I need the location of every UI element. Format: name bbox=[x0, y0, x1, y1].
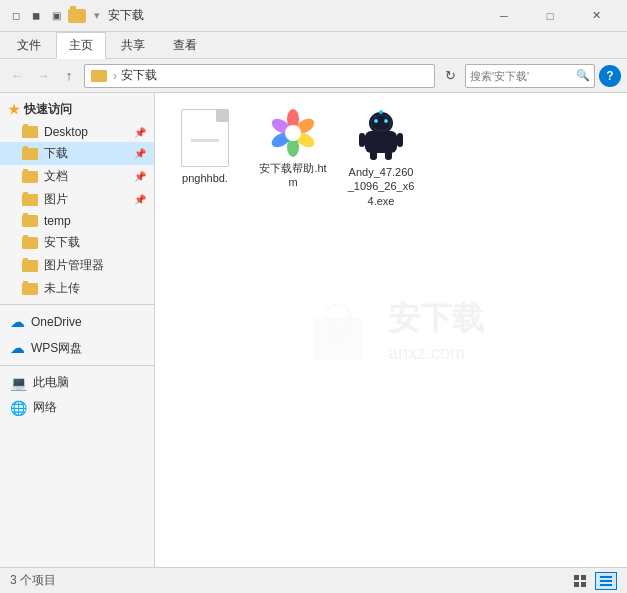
sidebar-item-label: 安下载 bbox=[44, 234, 80, 251]
sidebar-item-label: 此电脑 bbox=[33, 374, 69, 391]
svg-point-25 bbox=[385, 120, 387, 122]
search-icon: 🔍 bbox=[576, 69, 590, 82]
sidebar-item-anxiazai[interactable]: 安下载 bbox=[0, 231, 154, 254]
svg-rect-13 bbox=[365, 131, 397, 153]
title-bar: ◻ ◼ ▣ ▾ 安下载 ─ □ ✕ bbox=[0, 0, 627, 32]
svg-rect-32 bbox=[600, 584, 612, 586]
svg-rect-27 bbox=[581, 575, 586, 580]
ribbon: 文件 主页 共享 查看 bbox=[0, 32, 627, 59]
search-input[interactable] bbox=[470, 70, 572, 82]
svg-rect-19 bbox=[359, 133, 365, 147]
network-icon: 🌐 bbox=[10, 400, 27, 416]
wps-cloud-icon: ☁ bbox=[10, 339, 25, 357]
sidebar-item-label: WPS网盘 bbox=[31, 340, 82, 357]
sidebar-item-onedrive[interactable]: ☁ OneDrive bbox=[0, 309, 154, 335]
tab-home[interactable]: 主页 bbox=[56, 32, 106, 59]
sidebar-item-label: 图片管理器 bbox=[44, 257, 104, 274]
svg-rect-30 bbox=[600, 576, 612, 578]
path-folder-icon bbox=[91, 70, 107, 82]
maximize-button[interactable]: □ bbox=[527, 0, 573, 32]
sidebar-item-label: 下载 bbox=[44, 145, 68, 162]
help-button[interactable]: ? bbox=[599, 65, 621, 87]
sidebar-item-pictures[interactable]: 图片 📌 bbox=[0, 188, 154, 211]
sidebar-item-unuploaded[interactable]: 未上传 bbox=[0, 277, 154, 300]
sidebar-divider-1 bbox=[0, 304, 154, 305]
svg-point-1 bbox=[328, 318, 332, 322]
file-item-htm[interactable]: 安下载帮助.htm bbox=[255, 105, 331, 212]
quick-access-label: 快速访问 bbox=[24, 101, 72, 118]
file-item-pnghhbd[interactable]: pnghhbd. bbox=[167, 105, 243, 212]
title-bar-icons: ◻ ◼ ▣ ▾ bbox=[8, 8, 100, 24]
sidebar-item-label: Desktop bbox=[44, 125, 88, 139]
view-controls bbox=[569, 572, 617, 590]
tab-view[interactable]: 查看 bbox=[160, 32, 210, 58]
close-button[interactable]: ✕ bbox=[573, 0, 619, 32]
svg-rect-21 bbox=[370, 150, 377, 160]
sidebar-item-wps[interactable]: ☁ WPS网盘 bbox=[0, 335, 154, 361]
ribbon-tabs: 文件 主页 共享 查看 bbox=[0, 32, 627, 58]
sidebar-item-this-pc[interactable]: 💻 此电脑 bbox=[0, 370, 154, 395]
svg-point-24 bbox=[375, 120, 377, 122]
search-box[interactable]: 🔍 bbox=[465, 64, 595, 88]
folder-icon bbox=[22, 171, 38, 183]
file-name: Andy_47.260_1096_26_x64.exe bbox=[347, 165, 415, 208]
sidebar-item-temp[interactable]: temp bbox=[0, 211, 154, 231]
folder-icon bbox=[22, 148, 38, 160]
svg-rect-28 bbox=[574, 582, 579, 587]
svg-point-12 bbox=[285, 125, 301, 141]
pin-icon: 📌 bbox=[134, 127, 146, 138]
folder-icon bbox=[22, 126, 38, 138]
folder-icon bbox=[22, 194, 38, 206]
sidebar-item-downloads[interactable]: 下载 📌 bbox=[0, 142, 154, 165]
svg-rect-26 bbox=[574, 575, 579, 580]
window-title: 安下载 bbox=[108, 7, 481, 24]
main-area: ★ 快速访问 Desktop 📌 下载 📌 文档 📌 图片 📌 temp bbox=[0, 93, 627, 567]
svg-text:S: S bbox=[334, 330, 341, 341]
pin-icon: 📌 bbox=[134, 171, 146, 182]
window-icon-2: ◼ bbox=[28, 8, 44, 24]
watermark-text: 安下载 bbox=[388, 297, 484, 341]
sidebar-item-network[interactable]: 🌐 网络 bbox=[0, 395, 154, 420]
forward-button[interactable]: → bbox=[32, 65, 54, 87]
file-name: pnghhbd. bbox=[182, 171, 228, 185]
sidebar-item-photo-manager[interactable]: 图片管理器 bbox=[0, 254, 154, 277]
pin-icon: 📌 bbox=[134, 194, 146, 205]
file-item-andy[interactable]: Andy_47.260_1096_26_x64.exe bbox=[343, 105, 419, 212]
window-icon-1: ◻ bbox=[8, 8, 24, 24]
onedrive-icon: ☁ bbox=[10, 313, 25, 331]
title-folder-icon bbox=[68, 9, 86, 23]
address-path[interactable]: › 安下载 bbox=[84, 64, 435, 88]
quick-access-header[interactable]: ★ 快速访问 bbox=[0, 97, 154, 122]
window-icon-3: ▣ bbox=[48, 8, 64, 24]
sidebar-item-label: OneDrive bbox=[31, 315, 82, 329]
window-controls: ─ □ ✕ bbox=[481, 0, 619, 32]
files-grid: pnghhbd. bbox=[167, 105, 615, 212]
file-name: 安下载帮助.htm bbox=[259, 161, 327, 190]
refresh-button[interactable]: ↻ bbox=[439, 65, 461, 87]
address-bar: ← → ↑ › 安下载 ↻ 🔍 ? bbox=[0, 59, 627, 93]
svg-rect-29 bbox=[581, 582, 586, 587]
up-button[interactable]: ↑ bbox=[58, 65, 80, 87]
sidebar-item-label: 文档 bbox=[44, 168, 68, 185]
sidebar-divider-2 bbox=[0, 365, 154, 366]
minimize-button[interactable]: ─ bbox=[481, 0, 527, 32]
sidebar-item-documents[interactable]: 文档 📌 bbox=[0, 165, 154, 188]
svg-rect-31 bbox=[600, 580, 612, 582]
sidebar-item-label: 图片 bbox=[44, 191, 68, 208]
sidebar-item-desktop[interactable]: Desktop 📌 bbox=[0, 122, 154, 142]
tab-file[interactable]: 文件 bbox=[4, 32, 54, 58]
document-icon bbox=[181, 109, 229, 167]
item-count: 3 个项目 bbox=[10, 572, 56, 589]
svg-rect-22 bbox=[385, 150, 392, 160]
star-icon: ★ bbox=[8, 102, 20, 117]
list-view-button[interactable] bbox=[595, 572, 617, 590]
photos-icon-wrapper bbox=[269, 109, 317, 157]
grid-view-button[interactable] bbox=[569, 572, 591, 590]
folder-icon bbox=[22, 215, 38, 227]
back-button[interactable]: ← bbox=[6, 65, 28, 87]
tab-share[interactable]: 共享 bbox=[108, 32, 158, 58]
folder-icon bbox=[22, 237, 38, 249]
sidebar-item-label: 网络 bbox=[33, 399, 57, 416]
sidebar-item-label: temp bbox=[44, 214, 71, 228]
watermark: S 安下载 anxz.com bbox=[298, 290, 484, 370]
